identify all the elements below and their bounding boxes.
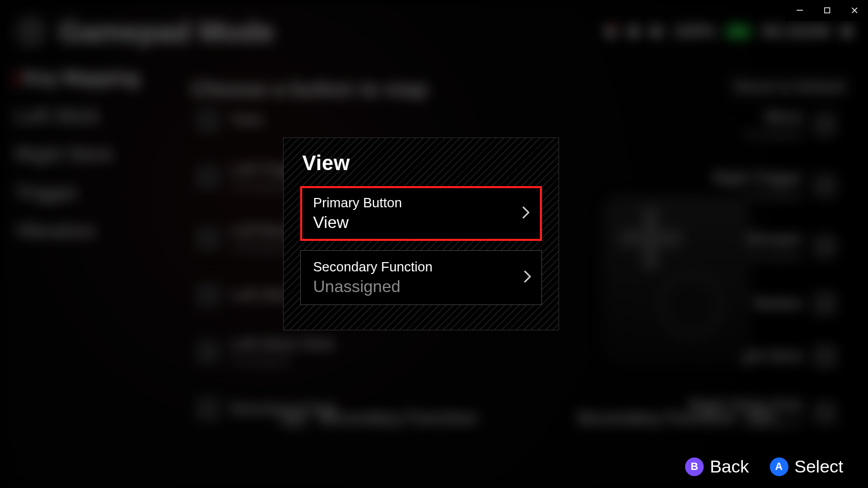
option-value: Unassigned — [313, 277, 513, 296]
window-close-button[interactable] — [841, 0, 868, 21]
option-label: Primary Button — [313, 195, 513, 211]
dialog-title: View — [284, 138, 559, 186]
chevron-right-icon — [524, 270, 531, 285]
chevron-right-icon — [522, 206, 530, 221]
window-maximize-button[interactable] — [813, 0, 841, 21]
option-secondary-function[interactable]: Secondary Function Unassigned — [300, 250, 542, 305]
hint-label: Back — [710, 456, 749, 477]
hint-back: B Back — [685, 456, 749, 477]
window-titlebar — [785, 0, 868, 21]
window-minimize-button[interactable] — [786, 0, 813, 21]
controller-hints: B Back A Select — [685, 456, 843, 477]
a-button-icon: A — [770, 457, 788, 476]
option-value: View — [313, 213, 513, 232]
svg-rect-0 — [797, 10, 803, 11]
view-mapping-dialog: View Primary Button View Secondary Funct… — [283, 138, 559, 330]
svg-rect-1 — [825, 8, 830, 13]
option-label: Secondary Function — [313, 259, 513, 275]
hint-label: Select — [795, 456, 844, 477]
option-primary-button[interactable]: Primary Button View — [300, 186, 542, 241]
hint-select: A Select — [770, 456, 844, 477]
b-button-icon: B — [685, 457, 704, 476]
